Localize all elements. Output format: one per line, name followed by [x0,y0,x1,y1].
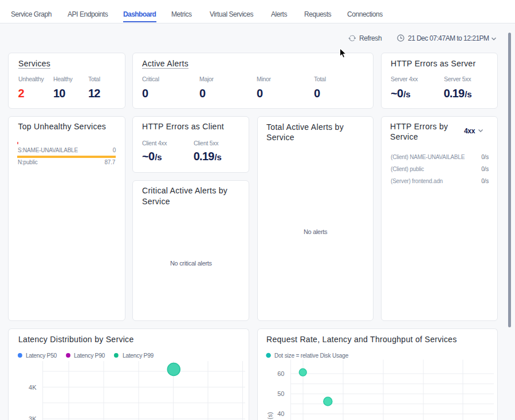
svg-text:(s): (s) [266,412,273,419]
svg-text:4K: 4K [29,384,37,391]
svg-text:60: 60 [277,370,284,377]
svg-text:Latency P90: Latency P90 [74,352,105,359]
svg-text:Latency P50: Latency P50 [26,352,57,359]
svg-text:50: 50 [277,390,284,397]
svg-text:Latency P99: Latency P99 [123,352,154,359]
svg-text:Dot size = relative Disk Usage: Dot size = relative Disk Usage [274,352,349,359]
svg-text:3K: 3K [29,415,37,420]
svg-text:40: 40 [277,410,284,417]
